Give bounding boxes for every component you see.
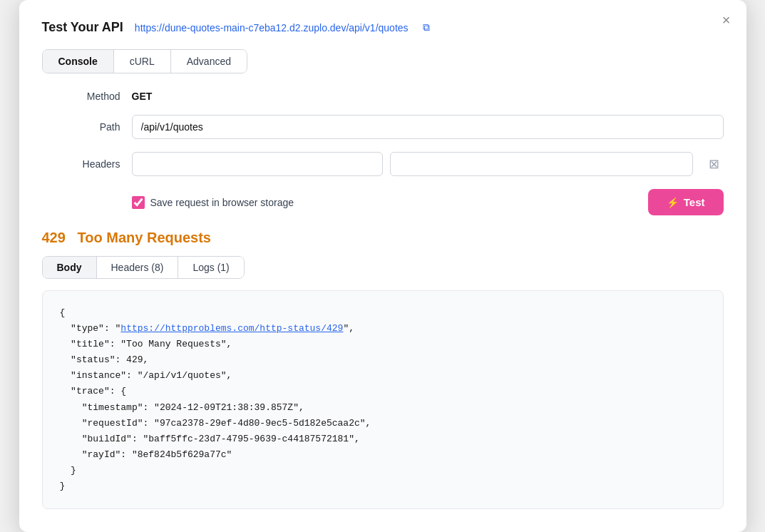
test-button-label: Test <box>684 196 705 208</box>
modal-header: Test Your API https://dune-quotes-main-c… <box>42 20 724 35</box>
response-tab-logs[interactable]: Logs (1) <box>178 257 243 278</box>
response-body: { "type": "https://httpproblems.com/http… <box>42 290 724 509</box>
save-checkbox[interactable] <box>132 196 145 209</box>
tab-console[interactable]: Console <box>43 50 114 73</box>
status-code: 429 <box>42 230 66 245</box>
tab-bar: Console cURL Advanced <box>42 49 248 73</box>
close-button[interactable]: × <box>722 13 731 27</box>
header-delete-button[interactable]: ⊠ <box>704 155 724 173</box>
save-test-row: Save request in browser storage ⚡ Test <box>42 189 724 215</box>
save-label-text: Save request in browser storage <box>150 197 294 208</box>
path-label: Path <box>42 121 120 133</box>
modal-title: Test Your API <box>42 20 123 35</box>
method-value: GET <box>132 91 153 102</box>
modal-url[interactable]: https://dune-quotes-main-c7eba12.d2.zupl… <box>135 22 409 34</box>
method-label: Method <box>42 91 120 102</box>
tab-advanced[interactable]: Advanced <box>171 50 247 73</box>
type-url-link[interactable]: https://httpproblems.com/http-status/429 <box>120 323 343 334</box>
copy-icon[interactable]: ⧉ <box>423 21 430 34</box>
status-line: 429 Too Many Requests <box>42 230 724 246</box>
header-value-input[interactable] <box>390 152 693 176</box>
response-tab-body[interactable]: Body <box>43 257 97 278</box>
flash-icon: ⚡ <box>667 197 679 208</box>
response-tab-bar: Body Headers (8) Logs (1) <box>42 256 245 279</box>
header-input-group: ⊠ <box>132 152 724 176</box>
modal: Test Your API https://dune-quotes-main-c… <box>19 0 746 532</box>
status-message: Too Many Requests <box>78 230 211 245</box>
test-button[interactable]: ⚡ Test <box>648 189 724 215</box>
header-key-input[interactable] <box>132 152 383 176</box>
method-row: Method GET <box>42 91 724 102</box>
tab-curl[interactable]: cURL <box>114 50 171 73</box>
response-tab-headers[interactable]: Headers (8) <box>97 257 179 278</box>
headers-row: Headers ⊠ <box>42 152 724 176</box>
save-checkbox-label[interactable]: Save request in browser storage <box>132 196 294 209</box>
path-row: Path <box>42 115 724 139</box>
headers-label: Headers <box>42 158 120 170</box>
path-input[interactable] <box>132 115 724 139</box>
